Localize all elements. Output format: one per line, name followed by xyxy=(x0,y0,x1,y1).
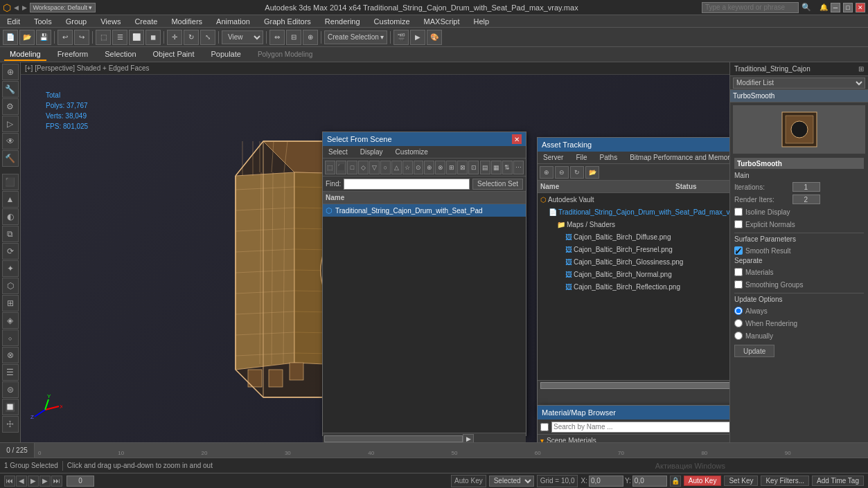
sfs-tb-filter7[interactable]: ⊕ xyxy=(424,161,434,174)
mirror-btn[interactable]: ⇔ xyxy=(269,30,285,45)
frame-counter[interactable]: 0 xyxy=(67,476,94,487)
sidebar-create-icon[interactable]: ⊕ xyxy=(2,64,19,80)
mmb-checkbox[interactable] xyxy=(540,423,549,431)
sfs-scroll-thumb[interactable] xyxy=(324,435,463,442)
redo-btn[interactable]: ↪ xyxy=(74,30,89,45)
next-frame-btn[interactable]: ▶ xyxy=(39,476,51,487)
sfs-menu-display[interactable]: Display xyxy=(357,148,386,156)
menu-customize[interactable]: Customize xyxy=(371,17,413,26)
rp-smooth-result-checkbox[interactable] xyxy=(734,246,743,255)
menu-maxscript[interactable]: MAXScript xyxy=(421,17,463,26)
minimize-button[interactable]: ─ xyxy=(831,3,840,12)
at-menu-server[interactable]: Server xyxy=(540,154,566,161)
tab-modeling[interactable]: Modeling xyxy=(4,48,46,61)
sidebar-tool6[interactable]: ✦ xyxy=(2,260,19,277)
at-item-normal[interactable]: 🖼 Cajon_Baltic_Birch_Normal.png Found xyxy=(538,268,729,280)
rp-materials-checkbox[interactable] xyxy=(734,268,743,276)
sfs-find-input[interactable] xyxy=(344,179,470,190)
prev-frame-btn[interactable]: ◀ xyxy=(16,476,27,487)
auto-key-btn[interactable]: Auto Key xyxy=(684,476,722,486)
mmb-search-input[interactable] xyxy=(551,422,729,433)
at-tb-remove[interactable]: ⊖ xyxy=(555,166,569,179)
sfs-tb-filter4[interactable]: △ xyxy=(391,161,402,174)
key-filters-btn[interactable]: Key Filters... xyxy=(761,476,809,486)
rp-expand-icon[interactable]: ⊞ xyxy=(858,65,864,73)
auto-key-mode-dropdown[interactable]: Selected xyxy=(489,476,534,487)
at-item-diffuse[interactable]: 🖼 Cajon_Baltic_Birch_Diffuse.png Found xyxy=(538,231,729,243)
at-item-reflection[interactable]: 🖼 Cajon_Baltic_Birch_Reflection.png Foun… xyxy=(538,280,729,293)
sidebar-tool10[interactable]: ⬦ xyxy=(2,329,19,346)
material-editor-btn[interactable]: 🎨 xyxy=(427,30,442,45)
view-dropdown[interactable]: View xyxy=(222,30,263,44)
sidebar-tool7[interactable]: ⬡ xyxy=(2,278,19,294)
menu-graph-editors[interactable]: Graph Editors xyxy=(261,17,314,26)
at-menu-paths[interactable]: Paths xyxy=(597,154,621,161)
sidebar-tool15[interactable]: ☩ xyxy=(2,416,19,433)
sfs-tb-filter9[interactable]: ⊞ xyxy=(446,161,457,174)
render-setup-btn[interactable]: 🎬 xyxy=(393,30,409,45)
timeline-track[interactable]: 0 10 20 30 40 50 60 70 80 90 xyxy=(35,443,868,458)
menu-modifiers[interactable]: Modifiers xyxy=(168,17,205,26)
sidebar-motion-icon[interactable]: ▷ xyxy=(2,116,19,132)
rp-render-iters-input[interactable] xyxy=(792,195,820,204)
align-btn[interactable]: ⊟ xyxy=(286,30,301,45)
sidebar-tool1[interactable]: ⬛ xyxy=(2,174,19,190)
at-tree[interactable]: ⬡ Autodesk Vault Logged Out ... 📄 Tradit… xyxy=(538,193,729,380)
sidebar-tool14[interactable]: 🔲 xyxy=(2,399,19,415)
mmb-title-bar[interactable]: Material/Map Browser ✕ xyxy=(538,406,729,419)
sidebar-tool5[interactable]: ⟳ xyxy=(2,243,19,260)
sidebar-tool11[interactable]: ⊗ xyxy=(2,347,19,363)
sfs-tb-filter5[interactable]: ☆ xyxy=(402,161,413,174)
turbosmooth-entry[interactable]: TurboSmooth xyxy=(730,90,868,102)
search-icon[interactable]: 🔍 xyxy=(801,3,811,12)
forward-icon[interactable]: ▶ xyxy=(22,4,27,11)
sfs-menu-select[interactable]: Select xyxy=(326,148,351,156)
rp-when-rendering-radio[interactable] xyxy=(734,319,743,327)
menu-group[interactable]: Group xyxy=(63,17,90,26)
select-object-btn[interactable]: ⬚ xyxy=(96,30,111,45)
skip-to-end-btn[interactable]: ⏭ xyxy=(51,476,62,487)
sfs-item-0[interactable]: ⬡ Traditional_String_Cajon_Drum_with_Sea… xyxy=(323,204,526,217)
open-btn[interactable]: 📂 xyxy=(19,30,35,45)
new-btn[interactable]: 📄 xyxy=(3,30,18,45)
rp-turbosmooth-header[interactable]: TurboSmooth xyxy=(734,158,864,169)
sfs-tb-filter10[interactable]: ⊠ xyxy=(457,161,468,174)
sfs-tb-filter1[interactable]: ◇ xyxy=(358,161,369,174)
modifier-list-dropdown[interactable]: Modifier List xyxy=(733,78,865,89)
tab-populate[interactable]: Populate xyxy=(205,48,246,61)
at-item-file[interactable]: 📄 Traditional_String_Cajon_Drum_with_Sea… xyxy=(538,206,729,218)
sfs-tb-view1[interactable]: ▤ xyxy=(480,161,490,174)
undo-btn[interactable]: ↩ xyxy=(57,30,73,45)
x-value[interactable]: 0,0 xyxy=(589,476,623,487)
set-key-btn[interactable]: Set Key xyxy=(724,476,758,486)
rp-update-btn[interactable]: Update xyxy=(734,345,774,357)
menu-create[interactable]: Create xyxy=(132,17,160,26)
menu-views[interactable]: Views xyxy=(98,17,123,26)
sidebar-tool13[interactable]: ⊜ xyxy=(2,381,19,398)
at-tb-add[interactable]: ⊕ xyxy=(540,166,553,179)
tab-selection[interactable]: Selection xyxy=(99,48,141,61)
sidebar-tool2[interactable]: ▲ xyxy=(2,191,19,208)
minimize-icon[interactable]: 🔔 xyxy=(820,3,828,11)
sfs-menu-customize[interactable]: Customize xyxy=(393,148,431,156)
sfs-tb-invert[interactable]: ⬛ xyxy=(336,161,346,174)
rp-manually-radio[interactable] xyxy=(734,332,743,340)
rp-explicit-normals-checkbox[interactable] xyxy=(734,220,743,228)
at-item-fresnel[interactable]: 🖼 Cajon_Baltic_Birch_Fresnel.png Found xyxy=(538,243,729,255)
sidebar-tool9[interactable]: ◈ xyxy=(2,312,19,329)
move-btn[interactable]: ✛ xyxy=(167,30,182,45)
select-window-btn[interactable]: ◼ xyxy=(145,30,161,45)
rp-iterations-input[interactable] xyxy=(792,182,820,192)
sfs-title-bar[interactable]: Select From Scene ✕ xyxy=(323,132,526,146)
close-button[interactable]: ✕ xyxy=(856,3,865,12)
sidebar-tool12[interactable]: ☰ xyxy=(2,364,19,381)
search-input[interactable] xyxy=(702,2,799,13)
menu-animation[interactable]: Animation xyxy=(213,17,253,26)
sfs-tb-filter8[interactable]: ⊗ xyxy=(435,161,445,174)
select-region-btn[interactable]: ⬜ xyxy=(129,30,144,45)
menu-edit[interactable]: Edit xyxy=(4,17,23,26)
sfs-tb-view2[interactable]: ▦ xyxy=(491,161,502,174)
at-menu-bitmap[interactable]: Bitmap Performance and Memory xyxy=(627,154,729,161)
sidebar-tool4[interactable]: ⧉ xyxy=(2,226,19,242)
at-item-glossiness[interactable]: 🖼 Cajon_Baltic_Birch_Glossiness.png Foun… xyxy=(538,255,729,268)
